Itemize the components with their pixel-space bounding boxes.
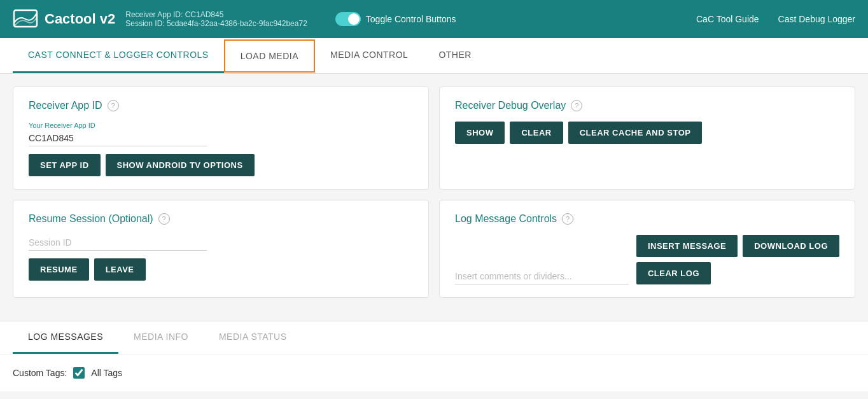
insert-message-button[interactable]: INSERT MESSAGE (636, 235, 738, 257)
custom-tags-row: Custom Tags: All Tags (13, 367, 855, 379)
receiver-app-id-buttons: SET APP ID SHOW ANDROID TV OPTIONS (29, 154, 413, 176)
resume-button[interactable]: RESUME (29, 258, 89, 281)
receiver-app-id-help-icon[interactable]: ? (108, 100, 119, 111)
tab-media-status[interactable]: MEDIA STATUS (204, 321, 302, 354)
header-nav: CaC Tool Guide Cast Debug Logger (696, 14, 855, 24)
toggle-area[interactable]: Toggle Control Buttons (335, 12, 456, 26)
toggle-switch[interactable] (335, 12, 361, 26)
cards-row-2: Resume Session (Optional) ? RESUME LEAVE… (13, 200, 855, 298)
resume-session-title: Resume Session (Optional) ? (29, 213, 413, 225)
tab-cast-connect[interactable]: CAST CONNECT & LOGGER CONTROLS (13, 38, 224, 73)
bottom-section: LOG MESSAGES MEDIA INFO MEDIA STATUS Cus… (0, 321, 868, 391)
all-tags-checkbox[interactable] (73, 367, 85, 379)
log-buttons: INSERT MESSAGE DOWNLOAD LOG CLEAR LOG (636, 235, 839, 284)
log-message-help-icon[interactable]: ? (562, 213, 573, 225)
clear-overlay-button[interactable]: CLEAR (510, 122, 563, 144)
receiver-debug-help-icon[interactable]: ? (571, 100, 582, 111)
tab-other[interactable]: OTHER (423, 38, 487, 73)
main-content: Receiver App ID ? Your Receiver App ID S… (0, 74, 868, 321)
resume-session-help-icon[interactable]: ? (158, 213, 170, 225)
show-android-tv-button[interactable]: SHOW ANDROID TV OPTIONS (106, 154, 255, 176)
bottom-content: Custom Tags: All Tags (0, 354, 868, 391)
tab-media-info[interactable]: MEDIA INFO (118, 321, 204, 354)
cast-debug-logger-link[interactable]: Cast Debug Logger (778, 14, 855, 24)
tab-media-control[interactable]: MEDIA CONTROL (315, 38, 423, 73)
bottom-tabs: LOG MESSAGES MEDIA INFO MEDIA STATUS (0, 321, 868, 354)
receiver-debug-buttons: SHOW CLEAR CLEAR CACHE AND STOP (455, 122, 839, 144)
cards-row-1: Receiver App ID ? Your Receiver App ID S… (13, 87, 855, 190)
custom-tags-label: Custom Tags: (13, 368, 67, 378)
receiver-debug-title: Receiver Debug Overlay ? (455, 100, 839, 111)
set-app-id-button[interactable]: SET APP ID (29, 154, 101, 176)
clear-cache-stop-button[interactable]: CLEAR CACHE AND STOP (568, 122, 703, 144)
cac-tool-guide-link[interactable]: CaC Tool Guide (696, 14, 759, 24)
logo-icon (13, 6, 38, 32)
resume-session-card: Resume Session (Optional) ? RESUME LEAVE (13, 200, 429, 298)
receiver-app-id-card: Receiver App ID ? Your Receiver App ID S… (13, 87, 429, 190)
app-header: Cactool v2 Receiver App ID: CC1AD845 Ses… (0, 0, 868, 38)
tab-load-media[interactable]: LOAD MEDIA (224, 39, 315, 73)
receiver-app-id-title: Receiver App ID ? (29, 100, 413, 111)
receiver-app-id-info: Receiver App ID: CC1AD845 (125, 10, 307, 19)
header-info: Receiver App ID: CC1AD845 Session ID: 5c… (125, 10, 307, 28)
session-id-input[interactable] (29, 235, 207, 251)
leave-button[interactable]: LEAVE (94, 258, 146, 281)
resume-session-buttons: RESUME LEAVE (29, 258, 413, 281)
receiver-debug-card: Receiver Debug Overlay ? SHOW CLEAR CLEA… (439, 87, 855, 190)
tab-log-messages[interactable]: LOG MESSAGES (13, 321, 118, 354)
logo: Cactool v2 (13, 6, 115, 32)
log-comment-input[interactable] (455, 269, 629, 284)
log-message-title: Log Message Controls ? (455, 213, 839, 225)
logo-text: Cactool v2 (45, 11, 115, 27)
receiver-app-id-input[interactable] (29, 130, 207, 146)
all-tags-label: All Tags (91, 368, 122, 378)
log-top-buttons: INSERT MESSAGE DOWNLOAD LOG (636, 235, 839, 257)
log-message-controls-card: Log Message Controls ? INSERT MESSAGE DO… (439, 200, 855, 298)
download-log-button[interactable]: DOWNLOAD LOG (743, 235, 839, 257)
log-controls-row: INSERT MESSAGE DOWNLOAD LOG CLEAR LOG (455, 235, 839, 284)
main-tabs: CAST CONNECT & LOGGER CONTROLS LOAD MEDI… (0, 38, 868, 74)
clear-log-button[interactable]: CLEAR LOG (636, 262, 711, 284)
show-overlay-button[interactable]: SHOW (455, 122, 505, 144)
toggle-label: Toggle Control Buttons (366, 14, 456, 24)
session-id-info: Session ID: 5cdae4fa-32aa-4386-ba2c-9fac… (125, 19, 307, 28)
receiver-app-id-input-label: Your Receiver App ID (29, 122, 413, 129)
